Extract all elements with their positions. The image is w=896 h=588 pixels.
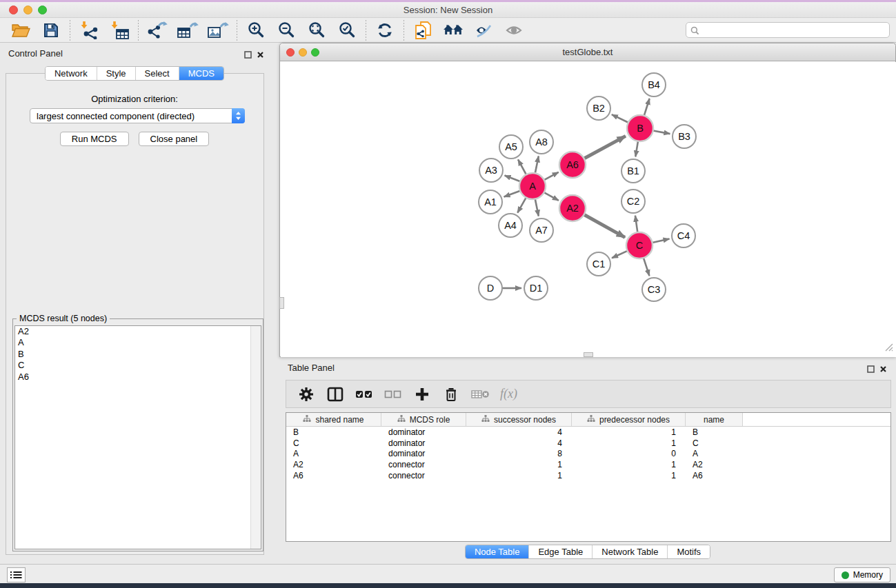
table-cell: A [686,449,743,458]
network-canvas[interactable]: B4B2BB3A8A5A6A3B1AA1C2A2A4A7C4CC1DD1C3 [281,62,896,357]
export-network-icon[interactable] [145,20,170,41]
memory-label: Memory [853,570,883,580]
table-cell: 4 [466,438,572,448]
column-header-mcds-role[interactable]: MCDS role [381,413,466,426]
function-builder-icon[interactable]: f(x) [500,387,517,401]
graph-node-label: A8 [535,136,548,148]
desktop-edge [0,583,896,588]
mcds-result-item[interactable]: A2 [15,326,261,337]
column-header-name[interactable]: name [686,413,743,426]
graph-edge-C-C2 [635,216,637,232]
home-icon[interactable] [441,20,466,41]
graph-edge-B-B3 [653,131,670,134]
hide-graphics-icon[interactable] [471,20,496,41]
delete-column-icon[interactable] [438,384,464,405]
table-panel-title: Table Panel [288,363,335,373]
splitter-handle[interactable] [279,297,284,309]
float-panel-icon[interactable] [867,363,875,376]
mcds-result-item[interactable]: A6 [15,372,261,383]
add-column-icon[interactable] [409,384,435,405]
search-input[interactable] [686,22,890,38]
mcds-result-item[interactable]: B [15,349,261,360]
zoom-selected-icon[interactable] [335,20,359,41]
tab-network[interactable]: Network [46,67,97,80]
table-cell: connector [381,460,466,469]
table-row[interactable]: A6connector11A6 [286,470,890,481]
import-network-icon[interactable] [77,20,101,41]
refresh-icon[interactable] [372,20,397,41]
toolbar-separator [138,20,139,41]
tab-node-table[interactable]: Node Table [466,545,529,558]
table-row[interactable]: Cdominator41C [286,438,890,449]
table-cell: A6 [686,471,743,480]
delete-table-icon[interactable] [467,384,493,405]
close-panel-icon[interactable] [879,363,887,376]
table-row[interactable]: A2connector11A2 [286,459,890,470]
close-panel-button[interactable]: Close panel [139,132,210,146]
tab-mcds[interactable]: MCDS [179,67,223,80]
network-window-titlebar[interactable]: testGlobe.txt [280,43,895,61]
export-table-icon[interactable] [175,20,200,41]
table-cell: 1 [572,438,686,448]
column-layout-icon[interactable] [322,384,348,405]
save-session-icon[interactable] [39,20,63,41]
toolbar-separator [237,20,237,41]
tab-select[interactable]: Select [135,67,179,80]
optimization-criterion-select[interactable]: largest connected component (directed) [30,108,245,123]
graph-node-label: A6 [566,159,579,170]
export-image-icon[interactable] [206,20,230,41]
table-cell: dominator [381,427,466,437]
select-stepper-icon [232,108,245,123]
graph-edge-A-A7 [535,199,539,216]
table-cell: 0 [572,449,686,458]
tab-style[interactable]: Style [97,67,135,80]
clone-network-icon[interactable] [410,20,435,41]
graph-edge-B-B4 [644,99,650,116]
column-header-predecessor-nodes[interactable]: predecessor nodes [572,413,686,426]
toolbar-separator [70,20,70,41]
table-row[interactable]: Bdominator41B [286,427,890,438]
mcds-result-item[interactable]: C [15,360,261,371]
graph-node-label: C4 [677,230,690,241]
graph-node-label: D [487,283,494,294]
zoom-in-icon[interactable] [243,20,268,41]
zoom-fit-icon[interactable] [304,20,329,41]
tab-edge-table[interactable]: Edge Table [528,545,592,558]
column-header-shared-name[interactable]: shared name [286,413,381,426]
graph-edge-C-C1 [612,251,628,258]
task-history-button[interactable] [7,567,26,582]
open-session-icon[interactable] [8,20,33,41]
table-cell: C [286,438,381,448]
close-panel-icon[interactable] [257,49,264,61]
node-table[interactable]: shared nameMCDS rolesuccessor nodesprede… [286,412,891,542]
select-all-icon[interactable] [351,384,377,405]
table-cell: C [686,438,743,448]
table-cell: A6 [286,471,381,480]
control-panel-header: Control Panel [0,45,274,62]
float-panel-icon[interactable] [244,49,252,61]
settings-gear-icon[interactable] [293,384,319,405]
tab-motifs[interactable]: Motifs [667,545,710,558]
show-graphics-icon[interactable] [501,20,526,41]
memory-button[interactable]: Memory [834,567,890,582]
tab-network-table[interactable]: Network Table [592,545,667,558]
resize-grip[interactable] [884,342,893,354]
graph-node-label: A7 [535,225,548,236]
graph-edge-A-A6 [544,172,559,180]
scrollbar[interactable] [250,326,261,549]
run-mcds-button[interactable]: Run MCDS [60,132,129,146]
column-header-successor-nodes[interactable]: successor nodes [466,413,572,426]
zoom-out-icon[interactable] [274,20,299,41]
mcds-result-list[interactable]: A2ABCA6 [14,325,261,549]
toolbar-separator [366,20,366,41]
splitter-handle[interactable] [584,352,593,357]
deselect-all-icon[interactable] [380,384,406,405]
graph-edge-A6-B [584,136,626,159]
main-toolbar [0,18,896,43]
table-column-icon [303,415,311,425]
status-bar: Memory [0,564,896,583]
table-cell: A [286,449,381,458]
mcds-result-item[interactable]: A [15,337,261,348]
table-row[interactable]: Adominator80A [286,449,890,460]
import-table-icon[interactable] [107,20,132,41]
